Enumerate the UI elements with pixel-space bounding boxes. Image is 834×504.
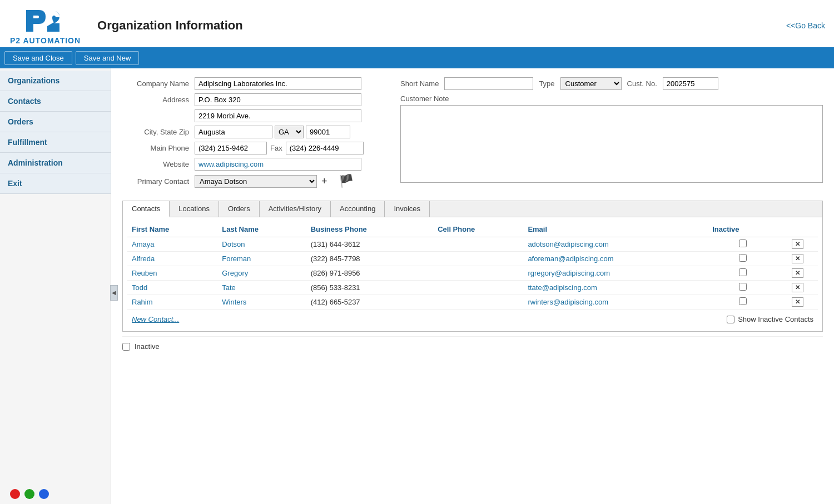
table-row: Reuben Gregory (826) 971-8956 rgregory@a… bbox=[127, 266, 818, 281]
dots-area bbox=[4, 482, 54, 504]
col-cell-phone: Cell Phone bbox=[433, 222, 523, 237]
flag-icon[interactable]: 🏴 bbox=[339, 174, 354, 188]
contact-first-name-0[interactable]: Amaya bbox=[132, 240, 154, 248]
short-name-input[interactable] bbox=[444, 77, 533, 90]
fax-label: Fax bbox=[270, 144, 282, 152]
save-new-button[interactable]: Save and New bbox=[76, 51, 140, 65]
tab-orders[interactable]: Orders bbox=[219, 201, 260, 217]
company-name-label: Company Name bbox=[122, 79, 195, 88]
logo-text: P2 AUTOMATION bbox=[10, 36, 81, 45]
inactive-checkbox[interactable] bbox=[122, 343, 130, 351]
show-inactive-checkbox[interactable] bbox=[727, 316, 734, 323]
contact-first-name-4[interactable]: Rahim bbox=[132, 298, 153, 306]
cust-no-label: Cust. No. bbox=[627, 79, 657, 88]
tab-contacts[interactable]: Contacts bbox=[123, 201, 170, 217]
dot-green bbox=[24, 489, 34, 499]
contact-last-name-0[interactable]: Dotson bbox=[222, 240, 245, 248]
dot-red bbox=[10, 489, 20, 499]
primary-contact-label: Primary Contact bbox=[122, 177, 195, 186]
zip-input[interactable] bbox=[306, 126, 350, 138]
table-row: Amaya Dotson (131) 644-3612 adotson@adip… bbox=[127, 237, 818, 252]
add-contact-plus[interactable]: + bbox=[321, 176, 327, 187]
table-row: Rahim Winters (412) 665-5237 rwinters@ad… bbox=[127, 295, 818, 310]
city-state-zip-label: City, State Zip bbox=[122, 128, 195, 136]
delete-btn-2[interactable]: ✕ bbox=[792, 268, 803, 278]
new-contact-link[interactable]: New Contact... bbox=[132, 315, 179, 323]
contact-first-name-2[interactable]: Reuben bbox=[132, 269, 157, 277]
delete-btn-4[interactable]: ✕ bbox=[792, 297, 803, 307]
address-label: Address bbox=[122, 96, 195, 104]
sidebar-collapse-button[interactable]: ◀ bbox=[110, 285, 118, 301]
tab-locations[interactable]: Locations bbox=[170, 201, 219, 217]
inactive-cb-2[interactable] bbox=[739, 268, 747, 276]
show-inactive-label: Show Inactive Contacts bbox=[738, 315, 813, 323]
sidebar-item-organizations[interactable]: Organizations bbox=[0, 71, 111, 91]
delete-btn-0[interactable]: ✕ bbox=[792, 239, 803, 249]
address2-input[interactable] bbox=[195, 109, 361, 122]
inactive-label: Inactive bbox=[135, 342, 160, 351]
inactive-cb-3[interactable] bbox=[739, 283, 747, 291]
website-input[interactable] bbox=[195, 158, 361, 171]
contact-last-name-1[interactable]: Foreman bbox=[222, 255, 251, 263]
p2-logo bbox=[23, 6, 68, 36]
contact-first-name-1[interactable]: Alfreda bbox=[132, 255, 155, 263]
contact-last-name-3[interactable]: Tate bbox=[222, 283, 236, 292]
tabs-header: Contacts Locations Orders Activities/His… bbox=[123, 201, 822, 217]
delete-btn-1[interactable]: ✕ bbox=[792, 254, 803, 263]
contact-email-0[interactable]: adotson@adipiscing.com bbox=[528, 240, 608, 248]
customer-note-label: Customer Note bbox=[400, 94, 449, 103]
col-first-name: First Name bbox=[127, 222, 217, 237]
page-title: Organization Information bbox=[97, 18, 786, 33]
delete-btn-3[interactable]: ✕ bbox=[792, 283, 803, 292]
sidebar-item-exit[interactable]: Exit bbox=[0, 173, 111, 194]
logo-area: P2 AUTOMATION bbox=[4, 3, 86, 47]
tab-activities[interactable]: Activities/History bbox=[260, 201, 331, 217]
contact-email-2[interactable]: rgregory@adipiscing.com bbox=[528, 269, 610, 277]
contact-email-4[interactable]: rwinters@adipiscing.com bbox=[528, 298, 608, 306]
dot-blue bbox=[39, 489, 49, 499]
state-select[interactable]: GAALAKAZCACOFLNYTX bbox=[275, 126, 304, 138]
col-email: Email bbox=[523, 222, 708, 237]
sidebar-nav: Organizations Contacts Orders Fulfillmen… bbox=[0, 71, 111, 194]
col-delete bbox=[778, 222, 818, 237]
contact-last-name-2[interactable]: Gregory bbox=[222, 269, 248, 277]
contact-email-1[interactable]: aforeman@adipiscing.com bbox=[528, 255, 613, 263]
type-label: Type bbox=[539, 79, 554, 88]
col-business-phone: Business Phone bbox=[306, 222, 433, 237]
inactive-cb-0[interactable] bbox=[739, 239, 747, 247]
top-header: P2 AUTOMATION Organization Information <… bbox=[0, 0, 834, 47]
contact-first-name-3[interactable]: Todd bbox=[132, 283, 147, 292]
tab-invoices[interactable]: Invoices bbox=[385, 201, 430, 217]
city-input[interactable] bbox=[195, 126, 272, 138]
cust-no-input[interactable] bbox=[663, 77, 718, 90]
top-header-title: Organization Information bbox=[86, 18, 786, 33]
sidebar-item-fulfillment[interactable]: Fulfillment bbox=[0, 132, 111, 153]
address1-input[interactable] bbox=[195, 93, 361, 106]
fax-input[interactable] bbox=[286, 142, 364, 154]
inactive-cb-4[interactable] bbox=[739, 297, 747, 305]
customer-note-textarea[interactable] bbox=[400, 105, 823, 183]
short-name-label: Short Name bbox=[400, 79, 439, 88]
primary-contact-select[interactable]: Amaya Dotson Alfreda Foreman Reuben Greg… bbox=[195, 175, 317, 188]
company-name-input[interactable] bbox=[195, 77, 361, 90]
contact-last-name-4[interactable]: Winters bbox=[222, 298, 246, 306]
go-back-link[interactable]: <<Go Back bbox=[786, 21, 825, 30]
col-last-name: Last Name bbox=[217, 222, 306, 237]
type-select[interactable]: Customer Vendor Partner Prospect bbox=[560, 77, 622, 90]
col-inactive: Inactive bbox=[708, 222, 778, 237]
table-row: Todd Tate (856) 533-8231 ttate@adipiscin… bbox=[127, 281, 818, 295]
tab-accounting[interactable]: Accounting bbox=[331, 201, 385, 217]
contact-email-3[interactable]: ttate@adipiscing.com bbox=[528, 283, 597, 292]
save-close-button[interactable]: Save and Close bbox=[4, 51, 72, 65]
sidebar-item-orders[interactable]: Orders bbox=[0, 112, 111, 132]
inactive-cb-1[interactable] bbox=[739, 254, 747, 262]
main-phone-input[interactable] bbox=[195, 142, 267, 154]
bottom-bar: Inactive bbox=[122, 336, 823, 356]
sidebar-item-contacts[interactable]: Contacts bbox=[0, 91, 111, 112]
toolbar: Save and Close Save and New bbox=[0, 47, 834, 68]
website-label: Website bbox=[122, 160, 195, 168]
main-phone-label: Main Phone bbox=[122, 144, 195, 152]
tabs-section: Contacts Locations Orders Activities/His… bbox=[122, 201, 823, 332]
sidebar-item-administration[interactable]: Administration bbox=[0, 153, 111, 173]
table-row: Alfreda Foreman (322) 845-7798 aforeman@… bbox=[127, 252, 818, 266]
